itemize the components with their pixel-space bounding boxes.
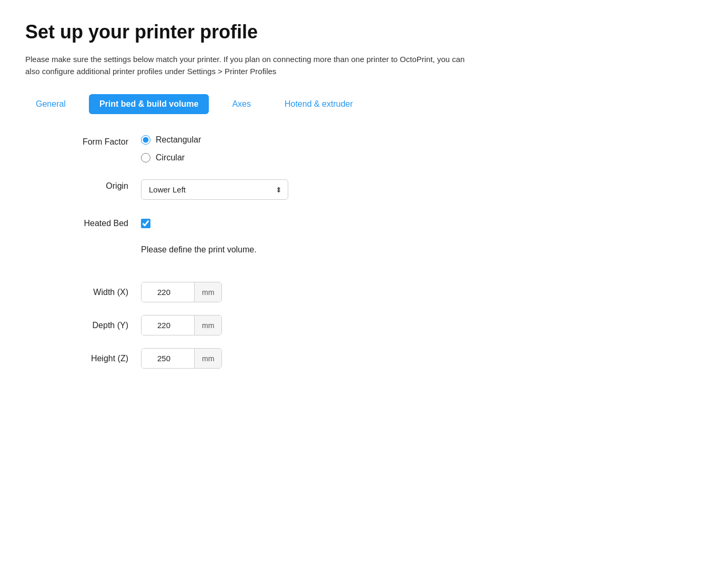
radio-rectangular-label: Rectangular (156, 135, 201, 145)
width-label: Width (X) (36, 288, 141, 297)
page-title: Set up your printer profile (25, 21, 703, 43)
heated-bed-label: Heated Bed (36, 217, 141, 228)
tab-axes[interactable]: Axes (221, 94, 261, 114)
heated-bed-checkbox-wrapper (141, 217, 404, 228)
form-factor-radio-group: Rectangular Circular (141, 135, 404, 162)
depth-unit: mm (194, 315, 221, 335)
page-description: Please make sure the settings below matc… (25, 54, 478, 77)
origin-select-wrapper: Lower Left Center Upper Left ⬍ (141, 179, 288, 200)
radio-circular-label: Circular (156, 153, 185, 162)
origin-row: Origin Lower Left Center Upper Left ⬍ (36, 179, 703, 200)
heated-bed-row: Heated Bed (36, 217, 703, 228)
width-input-group: mm (141, 282, 222, 302)
depth-label: Depth (Y) (36, 321, 141, 330)
depth-input-group: mm (141, 315, 222, 335)
print-volume-note: Please define the print volume. (141, 245, 257, 255)
width-row: Width (X) mm (36, 282, 703, 302)
heated-bed-control (141, 217, 404, 228)
height-input-group: mm (141, 348, 222, 369)
origin-label: Origin (36, 179, 141, 191)
volume-note-row: Please define the print volume. (36, 245, 703, 269)
heated-bed-checkbox[interactable] (141, 219, 150, 228)
height-input[interactable] (141, 349, 194, 368)
tab-general[interactable]: General (25, 94, 76, 114)
tab-bar: General Print bed & build volume Axes Ho… (25, 94, 703, 114)
depth-input[interactable] (141, 315, 194, 335)
height-row: Height (Z) mm (36, 348, 703, 369)
origin-select[interactable]: Lower Left Center Upper Left (141, 179, 288, 200)
tab-hotend[interactable]: Hotend & extruder (274, 94, 363, 114)
volume-section: Please define the print volume. Width (X… (36, 245, 703, 369)
radio-circular[interactable]: Circular (141, 153, 404, 162)
volume-spacer (36, 245, 141, 269)
radio-circular-input[interactable] (141, 153, 150, 162)
radio-rectangular[interactable]: Rectangular (141, 135, 404, 145)
depth-row: Depth (Y) mm (36, 315, 703, 335)
radio-rectangular-input[interactable] (141, 135, 150, 145)
form-factor-label: Form Factor (36, 135, 141, 147)
height-label: Height (Z) (36, 354, 141, 363)
height-unit: mm (194, 349, 221, 368)
form-factor-control: Rectangular Circular (141, 135, 404, 162)
form-section: Form Factor Rectangular Circular Origin … (36, 135, 703, 228)
width-unit: mm (194, 282, 221, 302)
tab-print-bed[interactable]: Print bed & build volume (89, 94, 209, 114)
form-factor-row: Form Factor Rectangular Circular (36, 135, 703, 162)
width-input[interactable] (141, 282, 194, 302)
origin-control: Lower Left Center Upper Left ⬍ (141, 179, 404, 200)
